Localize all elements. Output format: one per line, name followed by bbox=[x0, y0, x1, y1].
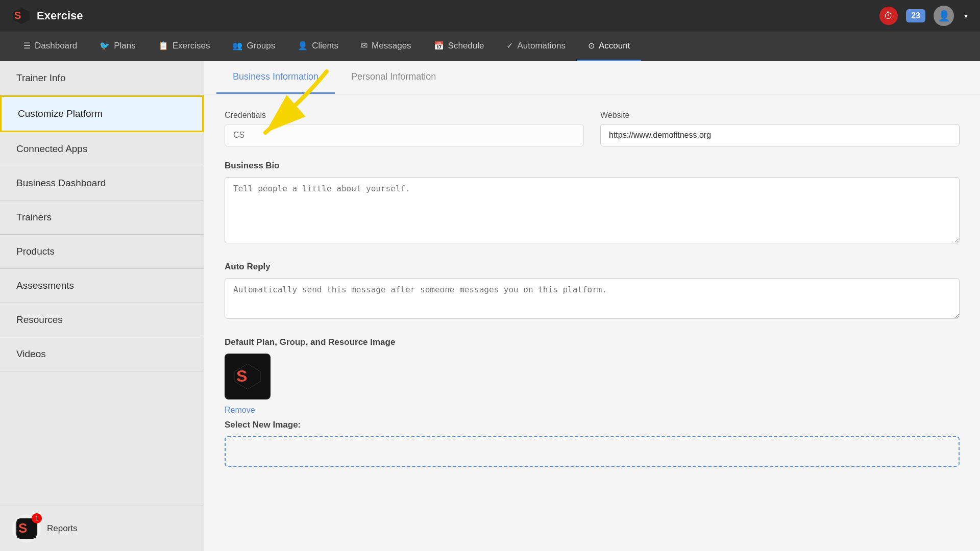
nav-item-exercises[interactable]: 📋 Exercises bbox=[147, 32, 222, 61]
sidebar-item-connected-apps[interactable]: Connected Apps bbox=[0, 132, 204, 166]
credentials-group: Credentials bbox=[225, 111, 584, 146]
credentials-label: Credentials bbox=[225, 111, 584, 120]
reports-label: Reports bbox=[47, 523, 78, 534]
image-upload-area[interactable] bbox=[225, 436, 960, 467]
nav-label-messages: Messages bbox=[372, 41, 411, 51]
topbar-left: S Exercise bbox=[12, 7, 83, 25]
select-image-label: Select New Image: bbox=[225, 420, 960, 430]
nav-item-automations[interactable]: ✓ Automations bbox=[495, 32, 577, 61]
nav-item-schedule[interactable]: 📅 Schedule bbox=[423, 32, 496, 61]
app-name: Exercise bbox=[37, 9, 83, 22]
exercises-icon: 📋 bbox=[158, 41, 168, 51]
nav-label-exercises: Exercises bbox=[173, 41, 210, 51]
preview-image-icon: S bbox=[232, 361, 263, 392]
nav-label-clients: Clients bbox=[312, 41, 338, 51]
business-bio-label: Business Bio bbox=[225, 161, 960, 171]
plans-icon: 🐦 bbox=[100, 41, 110, 51]
clients-icon: 👤 bbox=[298, 41, 308, 51]
messages-icon: ✉ bbox=[361, 41, 368, 51]
dashboard-icon: ☰ bbox=[23, 41, 31, 51]
nav-label-plans: Plans bbox=[114, 41, 136, 51]
nav-item-plans[interactable]: 🐦 Plans bbox=[88, 32, 147, 61]
auto-reply-textarea[interactable] bbox=[225, 278, 960, 319]
default-image-section: Default Plan, Group, and Resource Image … bbox=[225, 337, 960, 467]
groups-icon: 👥 bbox=[232, 41, 242, 51]
website-input[interactable] bbox=[600, 124, 960, 146]
default-image-label: Default Plan, Group, and Resource Image bbox=[225, 337, 960, 347]
topbar-right: ⏱ 23 👤 ▾ bbox=[879, 6, 968, 26]
tab-personal-info[interactable]: Personal Information bbox=[335, 61, 452, 94]
nav-item-account[interactable]: ⊙ Account bbox=[577, 32, 641, 61]
sidebar-item-assessments[interactable]: Assessments bbox=[0, 269, 204, 303]
auto-reply-label: Auto Reply bbox=[225, 262, 960, 272]
nav-item-clients[interactable]: 👤 Clients bbox=[286, 32, 350, 61]
sidebar-item-business-dashboard[interactable]: Business Dashboard bbox=[0, 166, 204, 201]
nav-item-dashboard[interactable]: ☰ Dashboard bbox=[12, 32, 88, 61]
sidebar-item-customize-platform[interactable]: Customize Platform bbox=[0, 95, 204, 132]
avatar[interactable]: 👤 bbox=[934, 6, 954, 26]
reports-badge: 1 bbox=[32, 513, 42, 523]
sidebar-item-trainer-info[interactable]: Trainer Info bbox=[0, 61, 204, 95]
sidebar-item-videos[interactable]: Videos bbox=[0, 337, 204, 371]
nav-label-schedule: Schedule bbox=[448, 41, 484, 51]
topbar: S Exercise ⏱ 23 👤 ▾ bbox=[0, 0, 980, 32]
tab-bar: Business Information Personal Informatio… bbox=[204, 61, 980, 94]
schedule-icon: 📅 bbox=[434, 41, 444, 51]
app-logo: S bbox=[12, 7, 31, 25]
svg-text:S: S bbox=[14, 10, 21, 21]
auto-reply-section: Auto Reply bbox=[225, 262, 960, 321]
nav-label-account: Account bbox=[599, 41, 630, 51]
nav-item-groups[interactable]: 👥 Groups bbox=[221, 32, 286, 61]
sidebar-item-trainers[interactable]: Trainers bbox=[0, 201, 204, 235]
business-bio-section: Business Bio bbox=[225, 161, 960, 245]
svg-text:S: S bbox=[236, 367, 247, 385]
sidebar: Trainer Info Customize Platform Connecte… bbox=[0, 61, 204, 551]
website-label: Website bbox=[600, 111, 960, 120]
navbar: ☰ Dashboard 🐦 Plans 📋 Exercises 👥 Groups… bbox=[0, 32, 980, 61]
avatar-chevron-icon[interactable]: ▾ bbox=[964, 12, 968, 20]
nav-item-messages[interactable]: ✉ Messages bbox=[350, 32, 422, 61]
nav-label-dashboard: Dashboard bbox=[35, 41, 77, 51]
nav-label-automations: Automations bbox=[517, 41, 566, 51]
credentials-website-row: Credentials Website bbox=[225, 111, 960, 146]
nav-label-groups: Groups bbox=[247, 41, 275, 51]
clock-icon[interactable]: ⏱ bbox=[879, 7, 898, 25]
account-icon: ⊙ bbox=[588, 41, 595, 51]
svg-text:S: S bbox=[18, 520, 27, 536]
notification-badge[interactable]: 23 bbox=[906, 9, 925, 22]
sidebar-item-reports[interactable]: S 1 Reports bbox=[0, 506, 204, 551]
business-bio-textarea[interactable] bbox=[225, 177, 960, 243]
website-group: Website bbox=[600, 111, 960, 146]
main-layout: Trainer Info Customize Platform Connecte… bbox=[0, 61, 980, 551]
remove-image-link[interactable]: Remove bbox=[225, 406, 960, 415]
tab-business-info[interactable]: Business Information bbox=[216, 61, 335, 94]
sidebar-item-products[interactable]: Products bbox=[0, 235, 204, 269]
form-area: Credentials Website Business Bio Auto Re… bbox=[204, 94, 980, 499]
credentials-input[interactable] bbox=[225, 124, 584, 146]
content-area: Business Information Personal Informatio… bbox=[204, 61, 980, 551]
automations-icon: ✓ bbox=[506, 41, 513, 51]
image-preview: S bbox=[225, 354, 271, 399]
sidebar-item-resources[interactable]: Resources bbox=[0, 303, 204, 337]
